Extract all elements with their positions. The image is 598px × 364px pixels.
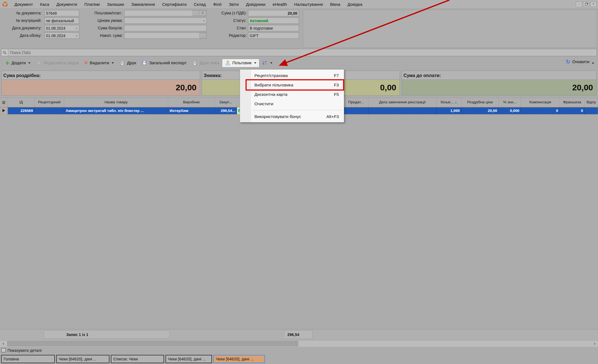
menu-item-очистити[interactable]: Очистити [240, 99, 344, 109]
toolbar-button-видалити[interactable]: ×Видалити [81, 59, 117, 66]
row-cell-1[interactable]: 226569 [8, 107, 35, 114]
row-cell-14[interactable]: 0 [560, 107, 585, 114]
menu-separator [252, 110, 342, 110]
column-header-Роздрібна ціна[interactable]: Роздрібна ціна [461, 98, 499, 107]
column-header-Закуп...[interactable]: Закуп... [215, 98, 237, 107]
row-cell-15[interactable] [585, 107, 598, 114]
menubar-item-10[interactable]: Звіти [225, 0, 242, 9]
toolbar-button-sort-icon[interactable] [259, 59, 275, 67]
menubar-item-4[interactable]: Платежі [81, 0, 103, 9]
row-cell-5[interactable]: 296,54... [215, 107, 237, 114]
toolbar-button-друк[interactable]: Друк [117, 59, 139, 67]
menubar-item-13[interactable]: Налаштування [291, 0, 327, 9]
menubar-item-5[interactable]: Залишки [103, 0, 128, 9]
row-cell-9[interactable] [369, 107, 436, 114]
field-сума-з-пдв-[interactable]: 20,00 [248, 10, 299, 16]
column-header-Назва товару[interactable]: Назва товару [64, 98, 168, 107]
total-value: 20,00 [2, 80, 200, 95]
total-value: 20,00 [402, 80, 596, 95]
minimize-button[interactable]: – [576, 2, 582, 7]
menubar-item-6[interactable]: Замовлення [128, 0, 159, 9]
scroll-right-icon[interactable]: › [592, 341, 597, 346]
row-cell-2[interactable] [35, 107, 64, 114]
field-статус-[interactable]: Активний [248, 17, 299, 24]
menubar-item-3[interactable]: Документи [53, 0, 81, 9]
toolbar-button-label: Друк чека [200, 60, 219, 65]
plus-icon: + [5, 60, 9, 65]
menu-item-label: Дисконтна карта [240, 92, 334, 97]
toolbar-button-друк-чека[interactable]: Друк чека [189, 59, 222, 67]
toolbar-button-редагувати-рядок[interactable]: Редагувати рядок [33, 59, 81, 67]
menubar-item-12[interactable]: eHealth [269, 0, 291, 9]
chevron-down-icon[interactable] [592, 63, 594, 64]
row-cell-13[interactable]: 0 [521, 107, 560, 114]
menubar-item-9[interactable]: Філії [209, 0, 225, 9]
menu-item-дисконтна-карта[interactable]: Дисконтна картаF5 [240, 90, 344, 99]
tab-1[interactable]: Головна [1, 355, 55, 363]
row-cell-8[interactable] [344, 107, 369, 114]
horizontal-scrollbar[interactable]: ‹ › [0, 340, 598, 347]
field-label: Редактор: [205, 33, 247, 38]
row-cell-10[interactable]: 1,000 [436, 107, 461, 114]
menubar-item-8[interactable]: Склад [190, 0, 209, 9]
menu-bar: ДокументКасаДокументиПлатежіЗалишкиЗамов… [0, 0, 598, 9]
app-window: ДокументКасаДокументиПлатежіЗалишкиЗамов… [0, 0, 598, 364]
scrollbar-thumb[interactable] [7, 341, 298, 346]
search-icon[interactable] [1, 49, 8, 56]
tab-2[interactable]: Чеки [64620], дані ... [56, 355, 109, 363]
refresh-icon: ↻ [566, 59, 570, 64]
toolbar-button-label: Пільговик [232, 60, 252, 65]
column-header-marker[interactable] [0, 98, 8, 107]
column-header-Кількі...[interactable]: Кількі...△ [436, 98, 461, 107]
row-cell-11[interactable]: 20,00 [461, 107, 499, 114]
menubar-item-11[interactable]: Довідники [242, 0, 269, 9]
column-header-Компенсація[interactable]: Компенсація [521, 98, 560, 107]
toolbar-button-загальний-експорт[interactable]: Загальний експорт [139, 59, 189, 67]
row-marker-cell[interactable] [0, 107, 8, 114]
field-редактор-[interactable]: GIFT [248, 32, 299, 39]
toolbar-button-пільговик[interactable]: Пільговик [222, 59, 259, 67]
show-details-checkbox[interactable] [1, 348, 6, 352]
tab-3[interactable]: Список: Чеки [111, 355, 164, 363]
tab-4[interactable]: Чеки [64620], дані ... [165, 355, 212, 363]
tab-5-active[interactable]: Чеки [64620], дані ... [213, 355, 265, 363]
menubar-item-2[interactable]: Каса [37, 0, 53, 9]
toolbar-button-додати[interactable]: +Додати [2, 59, 33, 66]
row-cell-3[interactable]: Амицитрон экстратаб табл. п/о блистер ..… [64, 107, 168, 114]
close-button[interactable]: × [590, 2, 597, 7]
menubar-item-7[interactable]: Сертифікати [159, 0, 190, 9]
refresh-label: Оновити [572, 59, 589, 64]
row-cell-4[interactable]: ИнтерХим [168, 107, 215, 114]
restore-button[interactable] [583, 2, 589, 7]
menubar-item-15[interactable]: Довідка [344, 0, 366, 9]
refresh-button[interactable]: ↻ Оновити [566, 59, 594, 64]
column-header-Відпу[interactable]: Відпу [585, 98, 598, 107]
column-header-Рецептурний[interactable]: Рецептурний [35, 98, 64, 107]
menu-item-рецепт-страхова[interactable]: Рецепт/страховаF7 [240, 71, 344, 80]
total-panel-3: Сума до оплати:20,00 [402, 71, 597, 96]
search-input[interactable]: Поиск (Tab) [8, 50, 31, 55]
export-icon [142, 60, 147, 66]
total-panel-1: Сума роздрібна:20,00 [1, 71, 200, 96]
toolbar-buttons: +ДодатиРедагувати рядок×ВидалитиДрукЗага… [2, 59, 275, 67]
column-header-Дата закінчення реєстрації[interactable]: Дата закінчення реєстрації [369, 98, 436, 107]
scroll-left-icon[interactable]: ‹ [1, 341, 6, 346]
pilgovyk-dropdown-menu: Рецепт/страховаF7Вибрати пільговикаF3Дис… [240, 69, 344, 122]
column-header-Придат...[interactable]: Придат... [344, 98, 369, 107]
field-value: Активний [248, 19, 299, 23]
field-стан-[interactable]: В подготовке [248, 25, 299, 31]
menubar-item-14[interactable]: Вікна [326, 0, 344, 9]
column-header-Виробник[interactable]: Виробник [168, 98, 215, 107]
column-header-Франшиза[interactable]: Франшиза [560, 98, 585, 107]
search-bar[interactable]: Поиск (Tab) [1, 49, 597, 56]
toolbar-button-label: Друк [127, 60, 136, 65]
menu-item-використовувати-бонус[interactable]: Використовувати бонусAlt+F3 [240, 112, 344, 121]
column-header-ІД[interactable]: ІД [8, 98, 35, 107]
chevron-down-icon [112, 62, 114, 64]
row-cell-12[interactable]: 0,000 [499, 107, 521, 114]
field-value: 20,00 [248, 11, 299, 16]
menubar-item-1[interactable]: Документ [11, 0, 37, 9]
person-icon [225, 60, 231, 66]
column-header-% зни...[interactable]: % зни... [499, 98, 521, 107]
printer-icon [192, 60, 198, 66]
